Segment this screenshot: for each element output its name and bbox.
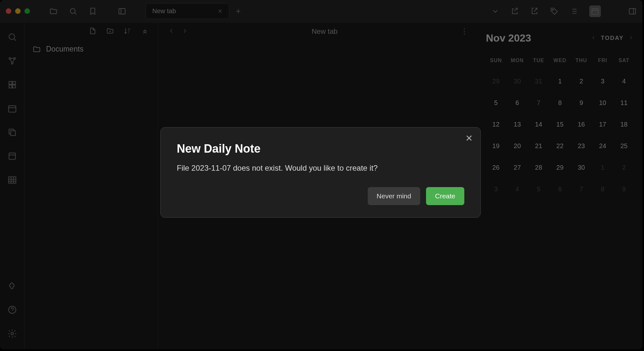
modal-title: New Daily Note: [177, 142, 464, 156]
modal-close-icon[interactable]: ✕: [465, 134, 473, 143]
new-daily-note-modal: ✕ New Daily Note File 2023-11-07 does no…: [160, 127, 481, 218]
app-window: New tab ✕ +: [0, 0, 642, 349]
modal-body: File 2023-11-07 does not exist. Would yo…: [177, 164, 464, 173]
never-mind-button[interactable]: Never mind: [368, 187, 420, 205]
create-button[interactable]: Create: [426, 187, 464, 205]
modal-actions: Never mind Create: [177, 187, 464, 205]
modal-overlay[interactable]: ✕ New Daily Note File 2023-11-07 does no…: [0, 0, 642, 349]
